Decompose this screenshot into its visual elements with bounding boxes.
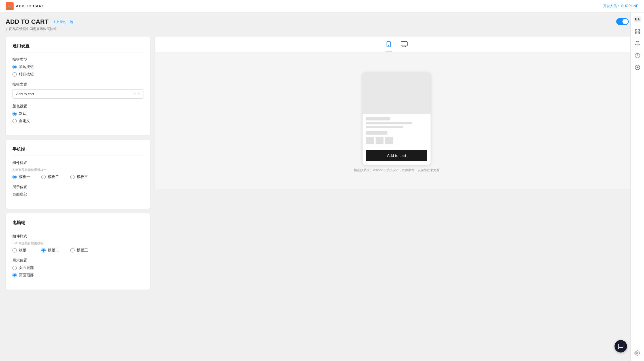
main-container: ADD TO CART 支持的主题 在商品详情页中固定展示购买按钮 启用 通用设… <box>0 12 644 361</box>
skeleton-title <box>366 117 390 120</box>
preview-tabs <box>155 37 638 52</box>
mobile-display-position-label: 展示位置 <box>12 184 143 190</box>
general-settings-title: 通用设置 <box>12 43 143 52</box>
skeleton-selector-1 <box>366 137 374 144</box>
button-type-radio-group: 加购按钮 结账按钮 <box>12 64 143 77</box>
svg-rect-2 <box>401 42 407 46</box>
mobile-tab-icon <box>385 41 392 49</box>
desktop-settings-title: 电脑端 <box>12 220 143 229</box>
color-default[interactable]: 默认 <box>12 111 143 116</box>
desktop-template1[interactable]: 模板一 <box>12 248 30 253</box>
button-type-label: 按钮类型 <box>12 57 143 62</box>
skeleton-selector-2 <box>376 137 384 144</box>
button-text-input[interactable] <box>13 90 143 98</box>
mobile-component-style-section: 组件样式 B2B商品推荐使用模板一 模板一 模板二 <box>12 160 143 179</box>
button-type-add-to-cart[interactable]: 加购按钮 <box>12 64 143 69</box>
mobile-component-style-label: 组件样式 <box>12 160 143 165</box>
color-custom[interactable]: 自定义 <box>12 118 143 124</box>
svg-rect-6 <box>635 30 637 31</box>
mobile-template1[interactable]: 模板一 <box>12 174 30 179</box>
product-image-placeholder <box>363 73 431 114</box>
top-bar-left: 🛒 ADD TO CART <box>6 2 44 10</box>
plus-circle-icon[interactable] <box>632 62 643 73</box>
button-type-checkout[interactable]: 结账按钮 <box>12 72 143 77</box>
general-settings-card: 通用设置 按钮类型 加购按钮 结账按钮 <box>6 37 150 135</box>
settings-button[interactable] <box>632 348 642 358</box>
desktop-component-style-section: 组件样式 B2B商品推荐使用模板一 模板一 模板二 <box>12 234 143 253</box>
page-header: ADD TO CART 支持的主题 在商品详情页中固定展示购买按钮 启用 <box>6 18 638 31</box>
skeleton-selector-3 <box>385 137 393 144</box>
preview-panel: Add to cart 预览效果基于 iPhone 6 手机设计，仅供参考，以实… <box>155 37 638 190</box>
skeleton-desc2 <box>366 126 403 128</box>
desktop-tab-icon <box>401 41 408 49</box>
mobile-template2[interactable]: 模板二 <box>41 174 59 179</box>
desktop-position-top[interactable]: 页面顶部 <box>12 273 143 278</box>
skeleton-selectors <box>366 137 427 144</box>
phone-mockup: Add to cart <box>363 73 431 165</box>
mobile-settings-card: 手机端 组件样式 B2B商品推荐使用模板一 模板一 模板二 <box>6 140 150 209</box>
chat-button[interactable] <box>615 340 627 352</box>
desktop-component-style-label: 组件样式 <box>12 234 143 239</box>
button-type-section: 按钮类型 加购按钮 结账按钮 <box>12 57 143 77</box>
preview-content: Add to cart 预览效果基于 iPhone 6 手机设计，仅供参考，以实… <box>155 52 638 190</box>
supported-tag: 支持的主题 <box>51 19 76 25</box>
svg-point-1 <box>388 46 389 46</box>
desktop-display-position-section: 展示位置 页面底部 页面顶部 <box>12 258 143 278</box>
svg-rect-8 <box>635 32 637 34</box>
content-area: ADD TO CART 支持的主题 在商品详情页中固定展示购买按钮 启用 通用设… <box>0 12 644 361</box>
tab-desktop[interactable] <box>401 41 408 52</box>
left-panel: 通用设置 按钮类型 加购按钮 结账按钮 <box>6 37 150 290</box>
mobile-position-value: 页面底部 <box>12 192 143 197</box>
page-header-left: ADD TO CART 支持的主题 在商品详情页中固定展示购买按钮 <box>6 18 76 31</box>
svg-rect-7 <box>638 30 639 31</box>
enable-toggle[interactable] <box>616 18 629 25</box>
desktop-template3[interactable]: 模板三 <box>70 248 88 253</box>
preview-note: 预览效果基于 iPhone 6 手机设计，仅供参考，以实际效果为准 <box>354 168 440 172</box>
mobile-display-position-section: 展示位置 页面底部 <box>12 184 143 197</box>
desktop-position-radio-group: 页面底部 页面顶部 <box>12 265 143 278</box>
developer-info: 开发人员： SHOPLINE <box>603 4 638 9</box>
button-text-section: 按钮文案 11/30 <box>12 82 143 99</box>
grid-icon[interactable] <box>632 27 643 37</box>
app-title: ADD TO CART <box>16 4 44 8</box>
skeleton-desc1 <box>366 122 412 124</box>
tab-mobile[interactable] <box>385 41 392 52</box>
color-settings-label: 颜色设置 <box>12 104 143 109</box>
leaf-icon[interactable] <box>632 50 643 61</box>
app-logo: 🛒 <box>6 2 14 10</box>
mobile-template3[interactable]: 模板三 <box>70 174 88 179</box>
desktop-settings-card: 电脑端 组件样式 B2B商品推荐使用模板一 模板一 模板二 <box>6 213 150 290</box>
desktop-display-position-label: 展示位置 <box>12 258 143 263</box>
add-to-cart-preview-btn[interactable]: Add to cart <box>366 150 427 161</box>
right-sidebar: Ea <box>630 12 644 361</box>
page-title: ADD TO CART 支持的主题 <box>6 18 76 26</box>
color-radio-group: 默认 自定义 <box>12 111 143 124</box>
product-content-skeleton <box>363 114 431 148</box>
desktop-position-bottom[interactable]: 页面底部 <box>12 265 143 270</box>
desktop-style-radio-group: 模板一 模板二 模板三 <box>12 248 143 253</box>
top-bar: 🛒 ADD TO CART 开发人员： SHOPLINE <box>0 0 644 12</box>
ea-badge: Ea <box>634 16 641 22</box>
svg-point-13 <box>637 352 638 354</box>
input-char-count: 11/30 <box>132 92 140 96</box>
sidebar-separator-1 <box>634 24 641 24</box>
desktop-template2[interactable]: 模板二 <box>41 248 59 253</box>
mobile-settings-title: 手机端 <box>12 147 143 156</box>
two-panel: 通用设置 按钮类型 加购按钮 结账按钮 <box>6 37 638 290</box>
button-text-label: 按钮文案 <box>12 82 143 87</box>
button-text-input-wrap: 11/30 <box>12 89 143 99</box>
desktop-style-hint: B2B商品推荐使用模板一 <box>12 241 143 245</box>
skeleton-price <box>366 131 387 135</box>
bell-icon[interactable] <box>632 39 643 49</box>
page-subtitle: 在商品详情页中固定展示购买按钮 <box>6 27 76 31</box>
mobile-style-hint: B2B商品推荐使用模板一 <box>12 168 143 172</box>
color-settings-section: 颜色设置 默认 自定义 <box>12 104 143 124</box>
svg-rect-9 <box>638 32 639 34</box>
mobile-style-radio-group: 模板一 模板二 模板三 <box>12 174 143 179</box>
